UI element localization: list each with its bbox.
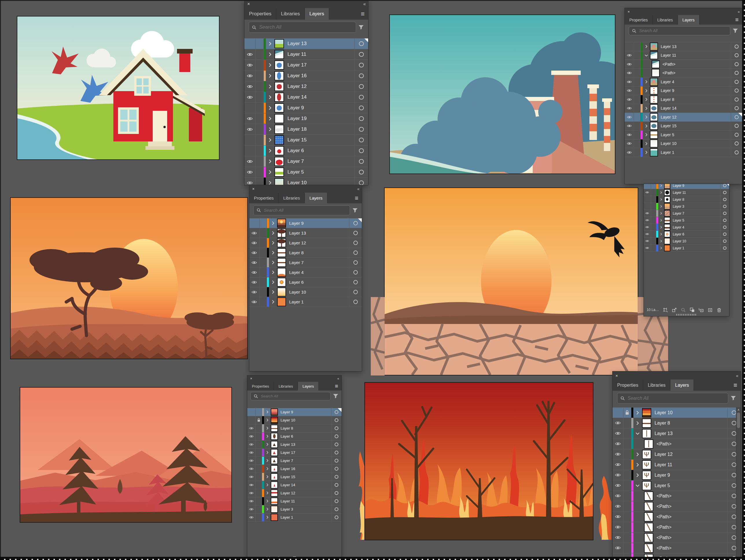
layer-row[interactable]: Layer 14 <box>245 92 368 103</box>
expand-chevron-icon[interactable] <box>264 508 271 511</box>
target-circle[interactable] <box>720 184 729 189</box>
target-circle[interactable] <box>354 135 368 145</box>
layer-row[interactable]: Layer 14 <box>625 104 742 113</box>
lock-cell[interactable] <box>623 428 631 438</box>
lock-cell[interactable] <box>260 248 267 257</box>
export-icon[interactable] <box>672 308 677 312</box>
expand-chevron-icon[interactable] <box>658 240 664 242</box>
tab-layers[interactable]: Layers <box>678 15 700 25</box>
target-circle[interactable] <box>354 38 368 49</box>
target-circle[interactable] <box>331 465 342 473</box>
layer-row[interactable]: Layer 12 <box>613 449 741 460</box>
target-circle[interactable] <box>731 87 742 95</box>
target-circle[interactable] <box>354 156 368 166</box>
target-circle[interactable] <box>331 440 342 448</box>
lock-cell[interactable] <box>256 114 264 124</box>
visibility-toggle[interactable] <box>245 92 256 102</box>
expand-chevron-icon[interactable] <box>264 427 271 430</box>
expand-chevron-icon[interactable] <box>658 205 664 208</box>
lock-cell[interactable] <box>256 514 262 521</box>
layer-row[interactable]: Layer 11 <box>247 497 342 505</box>
collapse-icon[interactable]: « <box>738 9 739 14</box>
lock-cell[interactable] <box>256 156 264 166</box>
artboard-fire[interactable] <box>365 383 593 540</box>
expand-chevron-icon[interactable] <box>264 410 271 414</box>
target-circle[interactable] <box>331 505 342 513</box>
lock-cell[interactable] <box>634 51 641 60</box>
visibility-toggle[interactable] <box>247 448 256 457</box>
tab-properties[interactable]: Properties <box>613 379 643 391</box>
layer-row[interactable]: Layer 7 <box>644 210 729 217</box>
lock-cell[interactable] <box>256 146 264 156</box>
expand-chevron-icon[interactable] <box>658 233 664 236</box>
expand-chevron-icon[interactable] <box>658 198 664 201</box>
lock-cell[interactable] <box>651 189 656 196</box>
lock-cell[interactable] <box>634 77 641 86</box>
filter-icon[interactable] <box>352 208 358 213</box>
expand-chevron-icon[interactable] <box>269 231 277 235</box>
target-circle[interactable] <box>720 203 729 210</box>
tab-properties[interactable]: Properties <box>625 15 653 25</box>
visibility-toggle[interactable] <box>644 245 651 251</box>
target-circle[interactable] <box>720 210 729 217</box>
visibility-toggle[interactable] <box>249 287 260 297</box>
target-circle[interactable] <box>731 113 742 122</box>
lock-cell[interactable] <box>651 196 656 203</box>
expand-chevron-icon[interactable] <box>643 80 650 83</box>
visibility-toggle[interactable] <box>249 238 260 248</box>
target-circle[interactable] <box>354 114 368 124</box>
visibility-toggle[interactable] <box>613 491 623 501</box>
artboard-savanna[interactable] <box>11 198 247 359</box>
expand-chevron-icon[interactable] <box>266 63 275 67</box>
visibility-toggle[interactable] <box>613 408 623 418</box>
lock-cell[interactable] <box>623 460 631 470</box>
layer-row[interactable]: Layer 10 <box>249 287 362 297</box>
lock-cell[interactable] <box>634 69 641 77</box>
expand-chevron-icon[interactable] <box>266 181 275 185</box>
target-circle[interactable] <box>354 92 368 102</box>
visibility-toggle[interactable] <box>613 428 623 438</box>
expand-chevron-icon[interactable] <box>269 221 277 225</box>
visibility-toggle[interactable] <box>247 497 256 505</box>
target-circle[interactable] <box>354 49 368 60</box>
expand-chevron-icon[interactable] <box>269 260 277 265</box>
lock-cell[interactable] <box>256 60 264 70</box>
visibility-toggle[interactable] <box>625 69 634 77</box>
target-circle[interactable] <box>331 416 342 424</box>
search-icon[interactable] <box>681 308 686 312</box>
visibility-toggle[interactable] <box>249 268 260 277</box>
search-input[interactable] <box>639 28 727 33</box>
filter-icon[interactable] <box>358 25 364 30</box>
layer-row[interactable]: <Path> <box>613 532 741 543</box>
target-circle[interactable] <box>731 122 742 130</box>
visibility-toggle[interactable] <box>245 81 256 92</box>
visibility-toggle[interactable] <box>613 512 623 522</box>
visibility-toggle[interactable] <box>247 473 256 481</box>
visibility-toggle[interactable] <box>613 532 623 542</box>
target-circle[interactable] <box>349 218 362 228</box>
layer-row[interactable]: Layer 5 <box>613 480 741 491</box>
tab-properties[interactable]: Properties <box>249 193 279 204</box>
lock-cell[interactable] <box>256 448 262 457</box>
expand-chevron-icon[interactable] <box>264 500 271 503</box>
panel-menu-icon[interactable]: ≡ <box>357 8 368 20</box>
lock-cell[interactable] <box>651 217 656 224</box>
collapse-icon[interactable]: « <box>337 377 339 381</box>
layer-row[interactable]: Layer 17 <box>245 60 368 70</box>
lock-cell[interactable] <box>634 60 641 68</box>
visibility-toggle[interactable] <box>644 231 651 238</box>
visibility-toggle[interactable] <box>247 416 256 424</box>
expand-chevron-icon[interactable] <box>269 290 277 294</box>
lock-cell[interactable] <box>623 491 631 501</box>
search-input[interactable] <box>263 208 347 213</box>
lock-cell[interactable] <box>260 277 267 287</box>
expand-chevron-icon[interactable] <box>643 98 650 101</box>
target-circle[interactable] <box>349 287 362 297</box>
search-input[interactable] <box>259 24 353 30</box>
layer-row[interactable]: Layer 5 <box>644 217 729 224</box>
lock-cell[interactable] <box>623 470 631 480</box>
layer-row[interactable]: <Path> <box>613 501 741 512</box>
expand-chevron-icon[interactable] <box>658 247 664 249</box>
layer-row[interactable]: Layer 7 <box>249 258 362 268</box>
target-circle[interactable] <box>731 130 742 139</box>
